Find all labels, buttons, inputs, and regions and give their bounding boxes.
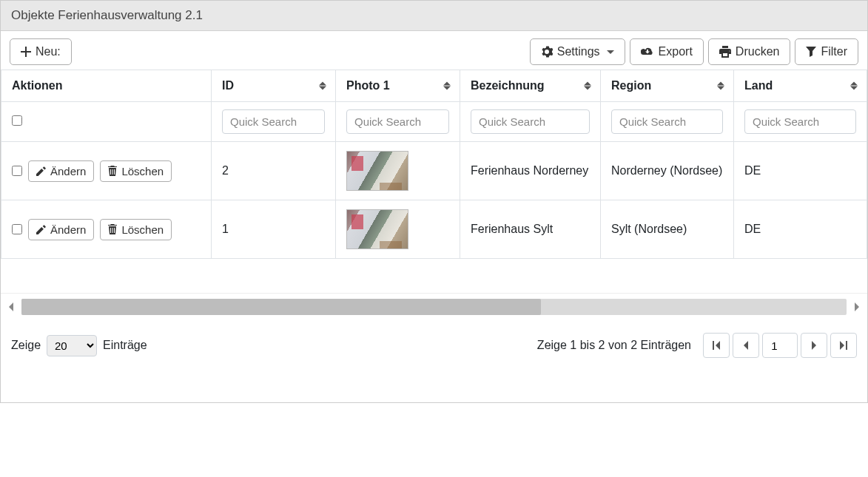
page-size-select[interactable]: 20: [47, 335, 97, 356]
table-row: Ändern Löschen 2 Ferienhaus Norderney No…: [1, 142, 867, 200]
sort-icon: [443, 82, 451, 90]
sort-icon: [717, 82, 724, 90]
edit-button-label: Ändern: [50, 223, 86, 236]
select-all-checkbox[interactable]: [12, 115, 22, 126]
export-button-label: Export: [659, 45, 693, 58]
col-header-id[interactable]: ID: [212, 70, 336, 102]
trash-icon: [108, 166, 117, 176]
pencil-icon: [36, 225, 46, 234]
row-checkbox[interactable]: [12, 224, 22, 234]
page-number-input[interactable]: [762, 333, 798, 358]
gear-icon: [541, 46, 553, 58]
col-header-name[interactable]: Bezeichnung: [460, 70, 601, 102]
photo-thumbnail[interactable]: [346, 151, 408, 191]
entries-label: Einträge: [103, 339, 147, 352]
sort-icon: [319, 82, 326, 90]
panel: Objekte Ferienhausverwaltung 2.1 Neu: Se…: [0, 0, 868, 403]
new-button[interactable]: Neu:: [10, 38, 72, 65]
trash-icon: [108, 224, 117, 234]
sort-icon: [584, 82, 591, 90]
filter-icon: [806, 47, 816, 57]
next-page-button[interactable]: [801, 333, 827, 358]
first-page-button[interactable]: [703, 333, 730, 358]
edit-button[interactable]: Ändern: [28, 219, 94, 240]
export-button[interactable]: Export: [630, 38, 704, 65]
photo-thumbnail[interactable]: [346, 209, 408, 249]
search-name-input[interactable]: [471, 109, 590, 134]
range-text: Zeige 1 bis 2 von 2 Einträgen: [537, 339, 691, 352]
scroll-left-icon[interactable]: [1, 301, 21, 313]
chevron-down-icon: [607, 50, 614, 54]
col-header-land[interactable]: Land: [734, 70, 867, 102]
new-button-label: Neu:: [36, 45, 61, 58]
pagination: Zeige 1 bis 2 von 2 Einträgen: [537, 333, 857, 358]
settings-button-label: Settings: [557, 45, 600, 58]
filter-row: [1, 102, 867, 142]
table-footer: Zeige 20 Einträge Zeige 1 bis 2 von 2 Ei…: [1, 319, 867, 402]
show-label: Zeige: [11, 339, 41, 352]
scroll-track[interactable]: [21, 299, 847, 315]
delete-button-label: Löschen: [121, 165, 164, 177]
delete-button[interactable]: Löschen: [100, 160, 172, 182]
horizontal-scrollbar[interactable]: [1, 293, 867, 319]
cell-land: DE: [734, 200, 867, 259]
toolbar-right: Settings Export Drucken Filter: [530, 38, 858, 65]
panel-title: Objekte Ferienhausverwaltung 2.1: [1, 1, 867, 31]
edit-button[interactable]: Ändern: [28, 160, 94, 182]
search-land-input[interactable]: [744, 109, 856, 134]
print-button[interactable]: Drucken: [708, 38, 791, 65]
first-page-icon: [712, 341, 721, 350]
filter-button-label: Filter: [821, 45, 847, 58]
last-page-button[interactable]: [830, 333, 857, 358]
cloud-download-icon: [641, 47, 654, 57]
print-icon: [719, 46, 731, 58]
page-size-control: Zeige 20 Einträge: [11, 335, 147, 356]
cell-region: Sylt (Nordsee): [601, 200, 734, 259]
pencil-icon: [36, 166, 46, 176]
delete-button-label: Löschen: [121, 223, 164, 236]
data-table: Aktionen ID Photo 1 Bezeichnung Region L…: [1, 70, 867, 259]
col-header-region[interactable]: Region: [601, 70, 734, 102]
cell-id: 2: [212, 142, 336, 200]
cell-id: 1: [212, 200, 336, 259]
search-region-input[interactable]: [611, 109, 723, 134]
search-photo-input[interactable]: [346, 109, 449, 134]
print-button-label: Drucken: [736, 45, 780, 58]
table-row: Ändern Löschen 1 Ferienhaus Sylt Sylt (N…: [1, 200, 867, 259]
search-id-input[interactable]: [222, 109, 325, 134]
toolbar: Neu: Settings Export Drucken: [1, 31, 867, 70]
filter-button[interactable]: Filter: [795, 38, 858, 65]
chevron-right-icon: [810, 341, 818, 350]
cell-land: DE: [734, 142, 867, 200]
header-row: Aktionen ID Photo 1 Bezeichnung Region L…: [1, 70, 867, 102]
plus-icon: [21, 47, 31, 57]
scroll-thumb[interactable]: [21, 299, 541, 315]
settings-button[interactable]: Settings: [530, 38, 625, 65]
sort-icon: [850, 82, 858, 90]
cell-region: Norderney (Nordsee): [601, 142, 734, 200]
cell-name: Ferienhaus Sylt: [460, 200, 601, 259]
last-page-icon: [839, 341, 848, 350]
chevron-left-icon: [742, 341, 750, 350]
prev-page-button[interactable]: [733, 333, 759, 358]
col-header-actions[interactable]: Aktionen: [1, 70, 212, 102]
edit-button-label: Ändern: [50, 165, 86, 177]
cell-name: Ferienhaus Norderney: [460, 142, 601, 200]
row-checkbox[interactable]: [12, 166, 22, 176]
col-header-photo[interactable]: Photo 1: [336, 70, 460, 102]
scroll-right-icon[interactable]: [847, 301, 867, 313]
toolbar-left: Neu:: [10, 38, 72, 65]
delete-button[interactable]: Löschen: [100, 219, 172, 240]
